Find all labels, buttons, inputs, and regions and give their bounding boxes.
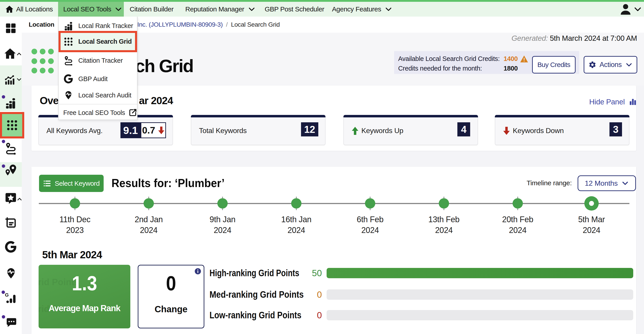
svg-text:G: G <box>5 293 9 298</box>
